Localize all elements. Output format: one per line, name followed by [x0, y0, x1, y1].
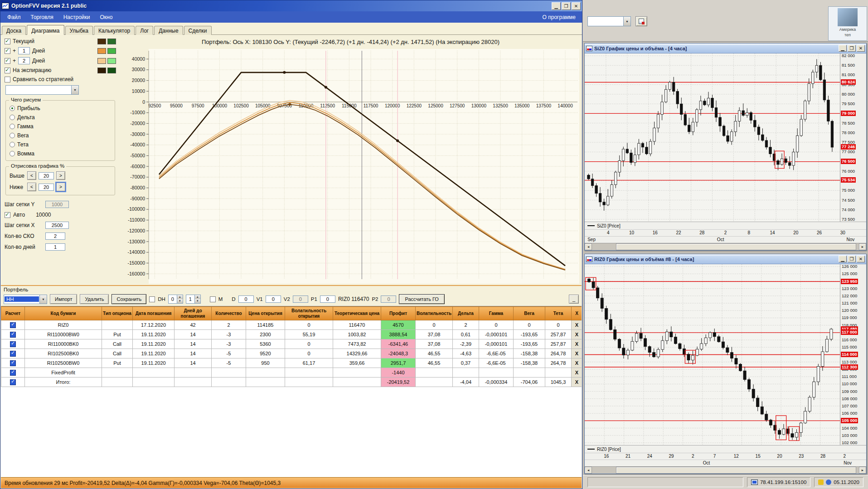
delete-button[interactable]: Удалить: [80, 294, 109, 304]
close-button[interactable]: ✕: [857, 45, 865, 52]
row-checkbox[interactable]: [10, 360, 16, 366]
siz0-hscrollbar[interactable]: ◄ ►: [585, 243, 866, 250]
color-swatch[interactable]: [97, 68, 106, 73]
color-swatch[interactable]: [97, 58, 106, 64]
menu-about[interactable]: О программе: [538, 13, 580, 21]
toolbar-combo[interactable]: ▼: [587, 16, 631, 26]
delete-row-button[interactable]: X: [572, 349, 582, 358]
calc-go-button[interactable]: Рассчитать ГО: [399, 294, 444, 304]
below-percent-input[interactable]: 20: [39, 184, 54, 191]
close-button[interactable]: ✕: [572, 2, 581, 10]
days-input[interactable]: 1: [45, 243, 65, 251]
draw-option-2[interactable]: Дельта: [10, 114, 111, 121]
scroll-track[interactable]: [592, 467, 859, 474]
portfolio-combo[interactable]: НН ▼: [4, 295, 47, 304]
tab-6[interactable]: Данные: [154, 26, 183, 35]
menu-item-2[interactable]: Торговля: [26, 13, 58, 21]
tray-icon-1[interactable]: [818, 479, 824, 485]
color-swatch[interactable]: [107, 39, 116, 44]
restore-button[interactable]: ❐: [848, 256, 856, 262]
restore-button[interactable]: ❐: [848, 45, 856, 52]
row-checkbox[interactable]: [10, 332, 16, 338]
draw-option-1[interactable]: Прибыль: [10, 105, 111, 111]
delete-row-button[interactable]: X: [572, 320, 582, 330]
shift-days-input[interactable]: 2: [18, 57, 30, 64]
radio-button[interactable]: [10, 124, 15, 129]
strategy-combo[interactable]: ▼: [5, 85, 79, 95]
tab-5[interactable]: Лог: [136, 26, 153, 35]
menu-item-4[interactable]: Окно: [95, 13, 118, 21]
radio-button[interactable]: [10, 151, 15, 156]
save-button[interactable]: Сохранить: [112, 294, 146, 304]
riz0-title-bar[interactable]: RIZ0 График цены и объёма #8 - [4 часа] …: [585, 254, 866, 264]
color-swatch[interactable]: [107, 68, 116, 73]
shift-days-input[interactable]: 1: [18, 47, 30, 54]
draw-option-6[interactable]: Вомма: [10, 150, 111, 157]
menu-item-3[interactable]: Настройки: [58, 13, 95, 21]
payoff-chart[interactable]: -160000-150000-140000-130000-120000-1100…: [121, 49, 579, 284]
below-increase-button[interactable]: >: [56, 183, 65, 191]
minimize-button[interactable]: ▁: [839, 45, 847, 52]
tray-icon-2[interactable]: [826, 479, 831, 485]
scroll-right-icon[interactable]: ►: [859, 467, 866, 474]
color-swatch[interactable]: [97, 39, 106, 44]
collapse-button[interactable]: _: [569, 295, 579, 304]
tab-2[interactable]: Диаграмма: [27, 25, 64, 35]
p2-input[interactable]: 0: [381, 295, 396, 303]
riz0-chart[interactable]: [585, 264, 840, 445]
row-checkbox[interactable]: [10, 370, 16, 376]
tab-4[interactable]: Калькулятор: [94, 26, 135, 35]
color-swatch[interactable]: [107, 58, 116, 64]
dh-spinner-1[interactable]: 0▲▼: [168, 295, 183, 304]
delete-row-button[interactable]: X: [572, 368, 582, 378]
scroll-thumb[interactable]: [616, 467, 856, 474]
dh-checkbox[interactable]: [149, 296, 155, 302]
clock-cell[interactable]: 05.11.2020: [814, 477, 863, 487]
maximize-button[interactable]: ❐: [562, 2, 571, 10]
riz0-hscrollbar[interactable]: ◄ ►: [585, 466, 866, 474]
compare-checkbox[interactable]: [5, 77, 10, 82]
row-checkbox[interactable]: [10, 351, 16, 357]
scroll-left-icon[interactable]: ◄: [585, 243, 592, 250]
draw-option-4[interactable]: Вега: [10, 132, 111, 139]
network-status[interactable]: 78.41.199.16:15100: [747, 477, 810, 487]
draw-option-5[interactable]: Тета: [10, 141, 111, 148]
param-v2-input[interactable]: 0: [293, 295, 308, 303]
scroll-track[interactable]: [592, 243, 859, 250]
radio-button[interactable]: [10, 133, 15, 138]
above-percent-input[interactable]: 20: [39, 172, 54, 179]
tab-3[interactable]: Улыбка: [65, 26, 93, 35]
siz0-chart[interactable]: [585, 53, 840, 222]
menu-item-1[interactable]: Файл: [2, 13, 26, 21]
scroll-right-icon[interactable]: ►: [859, 243, 866, 250]
minimize-button[interactable]: ▁: [552, 2, 561, 10]
sko-input[interactable]: 2: [45, 232, 65, 240]
above-decrease-button[interactable]: <: [27, 171, 36, 180]
siz0-title-bar[interactable]: SiZ0 График цены и объёма - [4 часа] ▁ ❐…: [585, 44, 866, 53]
delete-row-button[interactable]: X: [572, 339, 582, 349]
draw-option-3[interactable]: Гамма: [10, 123, 111, 130]
param-v1-input[interactable]: 0: [266, 295, 281, 303]
delete-row-button[interactable]: X: [572, 330, 582, 339]
delete-row-button[interactable]: X: [572, 378, 582, 387]
row-checkbox[interactable]: [10, 341, 16, 347]
scenario-checkbox[interactable]: [5, 68, 10, 73]
radio-button[interactable]: [10, 115, 15, 120]
color-swatch[interactable]: [107, 48, 116, 54]
dh-spinner-2[interactable]: 1▲▼: [186, 295, 201, 304]
delete-row-button[interactable]: X: [572, 358, 582, 368]
scroll-thumb[interactable]: [616, 243, 856, 250]
param-p1-input[interactable]: 0: [320, 295, 335, 303]
import-button[interactable]: Импорт: [50, 294, 77, 304]
above-increase-button[interactable]: >: [56, 171, 65, 180]
m-checkbox[interactable]: [210, 296, 216, 302]
tab-1[interactable]: Доска: [2, 26, 26, 35]
title-bar[interactable]: OptionFVV версия 2.1 public ▁ ❐ ✕: [0, 0, 582, 11]
grid-x-input[interactable]: 2500: [45, 222, 69, 229]
scenario-checkbox[interactable]: [5, 48, 10, 54]
scroll-left-icon[interactable]: ◄: [585, 467, 592, 474]
radio-button[interactable]: [10, 142, 15, 147]
tab-7[interactable]: Сделки: [184, 26, 212, 35]
grid-y-input[interactable]: 1000: [45, 201, 69, 208]
scenario-checkbox[interactable]: [5, 58, 10, 64]
